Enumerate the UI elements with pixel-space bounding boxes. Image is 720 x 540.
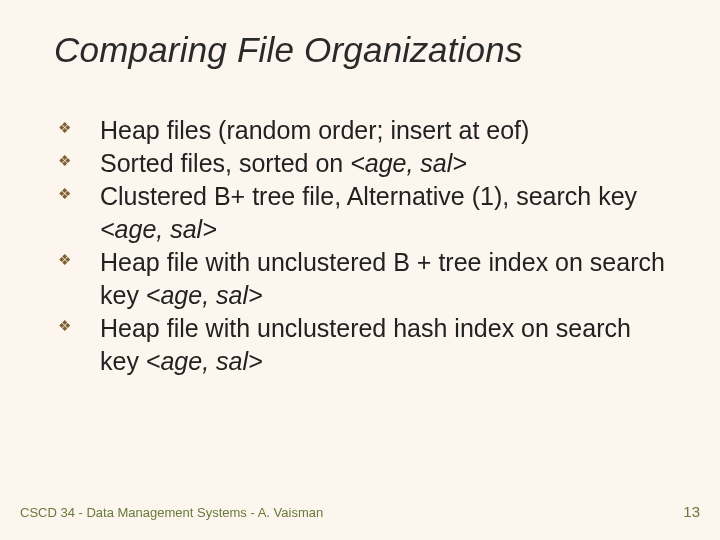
diamond-bullet-icon: ❖ xyxy=(58,154,72,168)
slide: Comparing File Organizations ❖ Heap file… xyxy=(0,0,720,540)
list-item: ❖ Sorted files, sorted on <age, sal> xyxy=(56,147,666,180)
list-item: ❖ Clustered B+ tree file, Alternative (1… xyxy=(56,180,666,246)
diamond-bullet-icon: ❖ xyxy=(58,187,72,201)
bullet-list: ❖ Heap files (random order; insert at eo… xyxy=(54,114,666,378)
list-item-key: <age, sal> xyxy=(100,215,217,243)
diamond-bullet-icon: ❖ xyxy=(58,253,72,267)
footer-page-number: 13 xyxy=(683,503,700,520)
diamond-bullet-icon: ❖ xyxy=(58,121,72,135)
footer-course-info: CSCD 34 - Data Management Systems - A. V… xyxy=(20,505,323,520)
list-item: ❖ Heap files (random order; insert at eo… xyxy=(56,114,666,147)
diamond-bullet-icon: ❖ xyxy=(58,319,72,333)
list-item: ❖ Heap file with unclustered B + tree in… xyxy=(56,246,666,312)
list-item-text: Heap files (random order; insert at eof) xyxy=(100,116,529,144)
slide-title: Comparing File Organizations xyxy=(54,30,666,70)
list-item-key: <age, sal> xyxy=(146,347,263,375)
list-item: ❖ Heap file with unclustered hash index … xyxy=(56,312,666,378)
list-item-text: Clustered B+ tree file, Alternative (1),… xyxy=(100,182,637,210)
list-item-key: <age, sal> xyxy=(350,149,467,177)
list-item-key: <age, sal> xyxy=(146,281,263,309)
list-item-text: Sorted files, sorted on xyxy=(100,149,350,177)
